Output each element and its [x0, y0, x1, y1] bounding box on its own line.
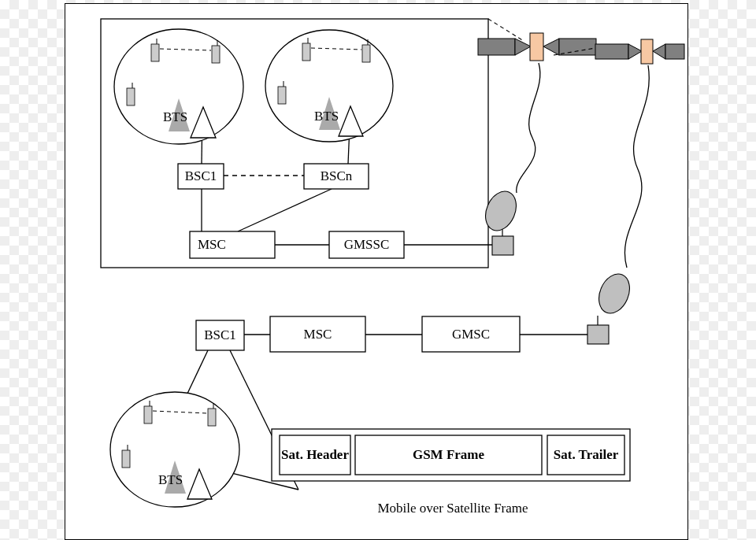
satellite-right: [595, 39, 684, 64]
svg-marker-16: [543, 39, 559, 55]
svg-rect-20: [641, 39, 653, 64]
label-gmsc-mid: GMSC: [422, 316, 520, 352]
svg-rect-15: [530, 33, 543, 61]
sat-dash-left: [488, 19, 524, 41]
label-bts-b: BTS: [158, 472, 183, 488]
svg-rect-22: [665, 44, 684, 59]
wave-upper: [517, 63, 540, 193]
gs-lower-dish: [593, 269, 635, 318]
svg-marker-21: [653, 44, 665, 59]
label-bts-tl: BTS: [163, 109, 187, 125]
svg-rect-6: [302, 43, 310, 61]
gs-lower-base: [587, 325, 609, 344]
label-bscn-top: BSCn: [304, 164, 369, 189]
label-bsc1-mid: BSC1: [196, 320, 244, 350]
svg-rect-26: [144, 406, 152, 423]
satellite-left: [478, 33, 596, 61]
label-gmssc-top: GMSSC: [329, 231, 404, 258]
label-bsc1-top: BSC1: [178, 164, 224, 189]
label-msc-mid: MSC: [270, 316, 365, 352]
label-sat-trailer: Sat. Trailer: [547, 435, 624, 475]
gs-upper-base: [492, 236, 513, 255]
svg-rect-18: [595, 44, 628, 59]
svg-rect-28: [208, 409, 216, 426]
label-gsm-frame: GSM Frame: [355, 435, 542, 475]
svg-marker-14: [515, 39, 531, 55]
label-bts-tr: BTS: [314, 109, 339, 124]
svg-rect-8: [362, 45, 370, 62]
svg-rect-13: [478, 39, 515, 55]
svg-rect-2: [212, 46, 220, 63]
svg-marker-19: [628, 44, 642, 59]
svg-rect-4: [127, 88, 135, 105]
svg-rect-0: [151, 44, 159, 61]
svg-rect-10: [278, 87, 286, 104]
label-caption: Mobile over Satellite Frame: [339, 501, 567, 516]
svg-rect-30: [122, 450, 130, 468]
label-sat-header: Sat. Header: [280, 435, 350, 475]
label-msc-top: MSC: [190, 231, 283, 258]
svg-rect-17: [559, 39, 596, 55]
wave-lower: [624, 65, 649, 268]
